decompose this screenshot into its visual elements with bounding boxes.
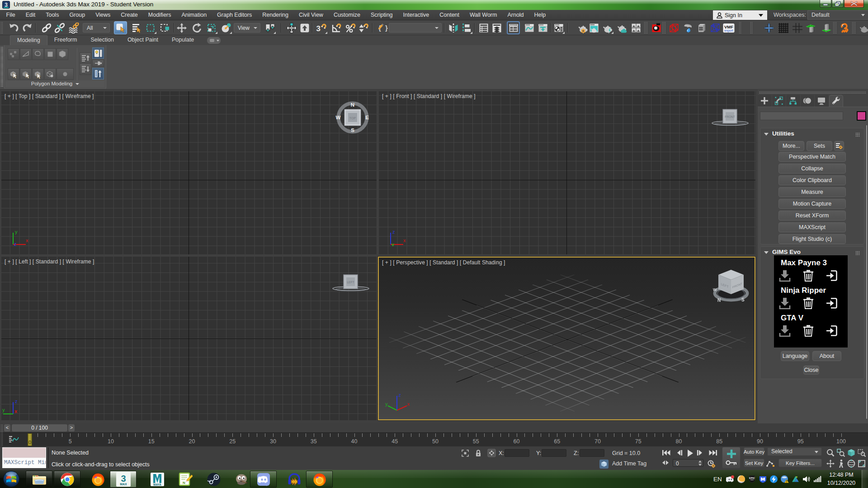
select-and-rotate-button[interactable] [190, 21, 203, 34]
key-filters-button[interactable]: Key Filters... [778, 459, 822, 467]
language-button[interactable]: Language [781, 351, 809, 361]
toggle-command-panel-button[interactable] [92, 47, 104, 59]
play-animation-button[interactable] [687, 449, 693, 457]
viewport-left[interactable]: [ + ] [ Left ] [ Standard ] [ Wireframe … [1, 257, 377, 420]
redo-button[interactable] [21, 21, 34, 34]
bind-to-space-warp-button[interactable] [67, 21, 80, 34]
ribbon-config-button[interactable] [207, 37, 221, 44]
viewport-front[interactable]: [ + ] [ Front ] [ Standard ] [ Wireframe… [379, 91, 755, 254]
go-to-end-button[interactable] [708, 449, 717, 456]
toggle-scene-explorer-button[interactable] [477, 21, 490, 34]
gims-collapse-arrow[interactable] [764, 251, 769, 254]
select-and-move-button[interactable] [175, 21, 188, 34]
polygon-modeling-caption[interactable]: Polygon Modeling [5, 80, 105, 87]
rendered-frame-window-button[interactable] [587, 21, 600, 34]
auto-key-button[interactable]: Auto Key [744, 447, 764, 456]
go-to-start-button[interactable] [662, 449, 671, 456]
command-tab-modify[interactable] [772, 95, 787, 107]
volume-tray-icon[interactable] [802, 475, 811, 483]
column-on-base-button[interactable] [820, 21, 833, 34]
y-coord-field[interactable] [542, 449, 566, 457]
viewcube-front[interactable]: FRONT [711, 108, 750, 128]
x-coord-field[interactable] [505, 449, 529, 457]
export-icon[interactable] [825, 324, 839, 338]
dark-lattice-button[interactable] [777, 21, 790, 34]
sets-button[interactable]: Sets [807, 141, 832, 151]
command-panel-grip[interactable] [759, 91, 866, 94]
safety-tray-icon[interactable] [780, 475, 789, 483]
ribbon-tab-freeform[interactable]: Freeform [47, 35, 84, 45]
blue-move-gizmo-button[interactable] [762, 21, 775, 34]
toggle-ribbon-button[interactable] [507, 21, 520, 34]
more-button[interactable]: More... [778, 141, 804, 151]
maxscript-mini-listener-pink[interactable] [2, 447, 46, 458]
menu-arnold[interactable]: Arnold [502, 10, 529, 20]
color-swatch[interactable] [857, 111, 866, 121]
z-coord-field[interactable] [580, 449, 604, 457]
collapse-down-button[interactable] [80, 63, 91, 75]
menu-wall-worm[interactable]: Wall Worm [465, 10, 502, 20]
download-icon[interactable] [778, 269, 792, 282]
pin-stack-button[interactable] [92, 60, 104, 67]
timeline-grip[interactable] [0, 424, 3, 446]
rollout-collapse-arrow[interactable] [764, 133, 769, 136]
sign-in-button[interactable]: Sign In [713, 10, 767, 20]
show-desktop-button[interactable] [862, 470, 868, 488]
command-tab-motion[interactable] [801, 95, 815, 107]
menu-graph-editors[interactable]: Graph Editors [212, 10, 257, 20]
preview-cage-button[interactable] [44, 68, 56, 80]
reference-coordinate-system-dropdown[interactable]: View [234, 23, 260, 33]
toggle-end-result-button[interactable] [92, 68, 104, 80]
menu-interactive[interactable]: Interactive [398, 10, 434, 20]
previous-frame-button[interactable]: < [4, 424, 10, 432]
current-frame-field[interactable]: 0 [673, 459, 703, 467]
collapse-up-button[interactable] [80, 52, 91, 64]
render-production-button[interactable] [601, 21, 614, 34]
select-by-name-button[interactable] [130, 21, 143, 34]
menu-scripting[interactable]: Scripting [365, 10, 398, 20]
next-frame-button[interactable]: > [68, 424, 75, 432]
vmf-export-button[interactable]: VMFexport [722, 21, 735, 34]
zoom-button[interactable] [826, 448, 835, 457]
undo-button[interactable] [7, 21, 20, 34]
spinner-snap-toggle-button[interactable] [357, 21, 370, 34]
walk-through-button[interactable] [836, 459, 845, 468]
ribbon-tab-populate[interactable]: Populate [165, 35, 201, 45]
edge-mode-button[interactable] [20, 48, 32, 60]
start-button[interactable] [3, 470, 21, 488]
gims-rollout-title[interactable]: GIMS Evo [772, 249, 801, 255]
toolbar-drag-handle[interactable] [852, 22, 855, 34]
about-button[interactable]: About [812, 351, 841, 361]
unlink-selection-button[interactable] [53, 21, 66, 34]
reset-xform-button[interactable]: Reset XForm [778, 211, 846, 221]
menu-customize[interactable]: Customize [328, 10, 365, 20]
rollout-drag-dots[interactable] [855, 132, 860, 137]
malwarebytes-tray-icon[interactable] [759, 475, 767, 483]
time-tag-cube-icon[interactable] [599, 460, 609, 469]
viewcube-perspective[interactable]: W N S LEFT FRONT [712, 267, 750, 305]
viewport-label-perspective[interactable]: [ + ] [ Perspective ] [ Standard ] [ Def… [382, 259, 505, 266]
ik-keyinfo-icon[interactable] [766, 460, 775, 468]
menu-content[interactable]: Content [434, 10, 465, 20]
command-tab-hierarchy[interactable] [786, 95, 801, 107]
maxscript-mini-listener[interactable]: MAXScript Min [2, 458, 46, 468]
viewport-label-top[interactable]: [ + ] [ Top ] [ Standard ] [ Wireframe ] [5, 93, 94, 99]
taskbar-maya[interactable]: MAYA [144, 471, 170, 488]
delete-icon[interactable] [802, 296, 815, 310]
menu-modifiers[interactable]: Modifiers [143, 10, 176, 20]
ribbon-tab-selection[interactable]: Selection [84, 35, 120, 45]
toggle-layer-explorer-button[interactable] [490, 21, 503, 34]
color-clipboard-button[interactable]: Color Clipboard [778, 175, 846, 185]
utilities-rollout-title[interactable]: Utilities [772, 130, 794, 137]
window-crossing-toggle-button[interactable] [158, 21, 171, 34]
download-icon[interactable] [778, 296, 792, 310]
select-and-scale-button[interactable] [205, 21, 218, 34]
motion-capture-button[interactable]: Motion Capture [778, 199, 846, 209]
gims-drag-dots[interactable] [855, 251, 860, 255]
measure-button[interactable]: Measure [778, 187, 846, 197]
taskbar-steam[interactable] [200, 471, 227, 488]
toolbar-drag-handle[interactable] [644, 22, 647, 34]
preview-cube-3-button[interactable] [32, 68, 44, 80]
utility-name-field[interactable] [760, 112, 843, 120]
preview-cube-1-button[interactable] [8, 68, 19, 80]
